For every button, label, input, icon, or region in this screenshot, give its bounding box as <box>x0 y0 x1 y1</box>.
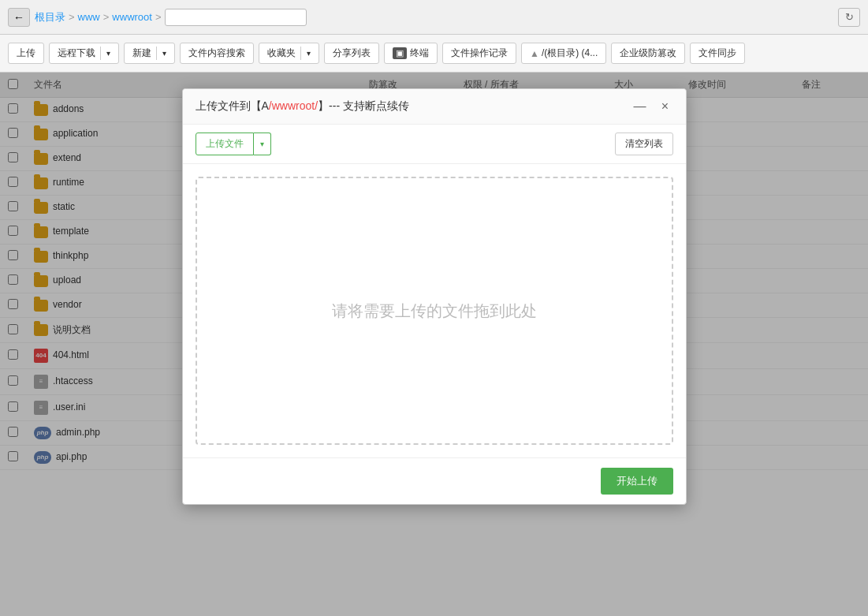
modal-overlay: 上传文件到【A/wwwroot/】--- 支持断点续传 — × 上传文件 ▾ 清… <box>0 73 868 616</box>
modal-controls: — × <box>632 99 673 114</box>
remote-download-button[interactable]: 远程下载 ▾ <box>49 43 119 64</box>
root-dir-label: /(根目录) (4... <box>542 47 598 60</box>
upload-modal: 上传文件到【A/wwwroot/】--- 支持断点续传 — × 上传文件 ▾ 清… <box>182 88 687 505</box>
terminal-button[interactable]: ▣ 终端 <box>384 43 438 64</box>
modal-title-suffix: 】--- 支持断点续传 <box>318 99 409 112</box>
upload-button[interactable]: 上传 <box>8 43 44 64</box>
modal-title-prefix: 上传文件到【A <box>196 99 269 112</box>
favorites-label: 收藏夹 <box>267 47 301 60</box>
breadcrumb-sep1: > <box>69 11 75 23</box>
breadcrumb-sep3: > <box>155 11 162 23</box>
root-dir-button[interactable]: ▲ /(根目录) (4... <box>521 43 606 64</box>
remote-download-label: 远程下载 <box>58 47 101 60</box>
clear-list-button[interactable]: 清空列表 <box>615 133 673 155</box>
modal-toolbar-left: 上传文件 ▾ <box>196 133 271 155</box>
terminal-label: 终端 <box>410 47 429 60</box>
remote-download-arrow: ▾ <box>103 49 110 58</box>
toolbar: 上传 远程下载 ▾ 新建 ▾ 文件内容搜索 收藏夹 ▾ 分享列表 ▣ 终端 文件… <box>0 35 868 73</box>
upload-file-button[interactable]: 上传文件 <box>196 133 254 155</box>
modal-close-button[interactable]: × <box>658 99 673 114</box>
file-sync-button[interactable]: 文件同步 <box>690 43 745 64</box>
modal-drop-hint: 请将需要上传的文件拖到此处 <box>332 301 537 322</box>
breadcrumb: 根目录 > www > wwwroot > <box>35 9 307 26</box>
new-arrow: ▾ <box>159 49 166 58</box>
modal-title-path: /wwwroot/ <box>269 99 318 112</box>
modal-drop-area[interactable]: 请将需要上传的文件拖到此处 <box>196 177 673 445</box>
anti-tamper-button[interactable]: 企业级防篡改 <box>611 43 685 64</box>
start-upload-button[interactable]: 开始上传 <box>601 468 673 495</box>
modal-footer: 开始上传 <box>183 457 686 504</box>
root-dir-icon: ▲ <box>530 48 539 59</box>
modal-minimize-button[interactable]: — <box>632 99 648 114</box>
breadcrumb-sep2: > <box>103 11 110 23</box>
breadcrumb-input[interactable] <box>165 9 307 26</box>
favorites-arrow: ▾ <box>304 49 311 58</box>
file-manager: 文件名 防篡改 权限 / 所有者 大小 修改时间 备注 addonsapplic… <box>0 73 868 616</box>
favorites-button[interactable]: 收藏夹 ▾ <box>259 43 319 64</box>
refresh-button[interactable]: ↻ <box>838 8 860 27</box>
breadcrumb-www[interactable]: www <box>78 11 100 23</box>
content-search-button[interactable]: 文件内容搜索 <box>180 43 254 64</box>
modal-header: 上传文件到【A/wwwroot/】--- 支持断点续传 — × <box>183 89 686 125</box>
new-button[interactable]: 新建 ▾ <box>124 43 175 64</box>
new-label: 新建 <box>132 47 157 60</box>
modal-toolbar: 上传文件 ▾ 清空列表 <box>183 125 686 164</box>
top-bar: ← 根目录 > www > wwwroot > ↻ <box>0 0 868 35</box>
back-button[interactable]: ← <box>8 8 30 27</box>
breadcrumb-wwwroot[interactable]: wwwroot <box>112 11 152 23</box>
breadcrumb-root[interactable]: 根目录 <box>35 10 65 24</box>
operations-log-button[interactable]: 文件操作记录 <box>442 43 516 64</box>
upload-file-dropdown-button[interactable]: ▾ <box>254 133 271 155</box>
terminal-icon: ▣ <box>393 47 407 59</box>
share-list-button[interactable]: 分享列表 <box>324 43 379 64</box>
modal-title: 上传文件到【A/wwwroot/】--- 支持断点续传 <box>196 99 409 114</box>
